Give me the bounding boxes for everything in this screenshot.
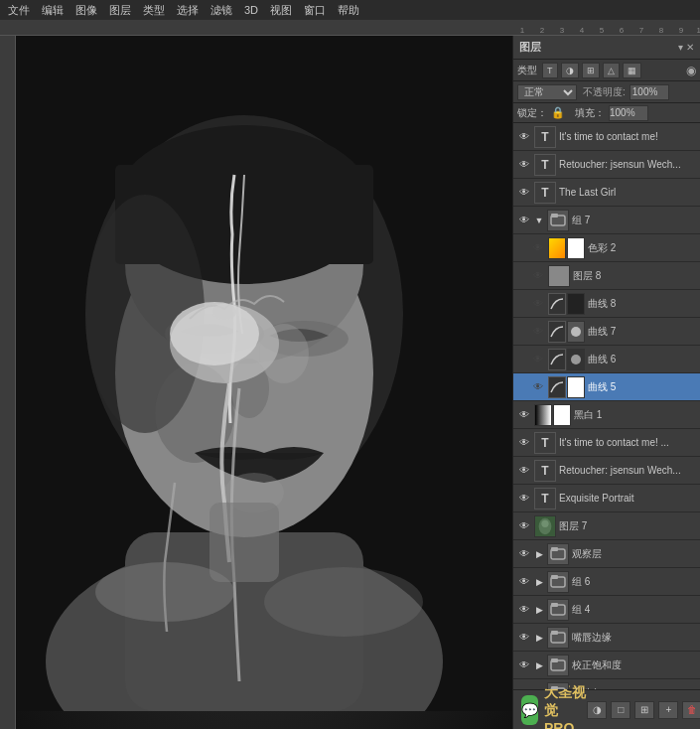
eye-icon[interactable]: 👁 bbox=[517, 186, 531, 200]
layer-item[interactable]: 👁 图层 7 bbox=[513, 512, 700, 540]
eye-icon[interactable]: 👁 bbox=[517, 658, 531, 672]
expand-icon[interactable]: ▶ bbox=[534, 575, 544, 589]
menu-image[interactable]: 图像 bbox=[75, 3, 97, 18]
svg-point-15 bbox=[212, 304, 236, 320]
eye-icon[interactable]: 👁 bbox=[531, 380, 545, 394]
layer-item[interactable]: 👁 T It's time to contact me! ... bbox=[513, 429, 700, 457]
panel-header-icons: ▾ ✕ bbox=[678, 42, 694, 53]
eye-icon[interactable]: 👁 bbox=[517, 158, 531, 172]
menu-filter[interactable]: 滤镜 bbox=[210, 3, 232, 18]
menu-layer[interactable]: 图层 bbox=[109, 3, 131, 18]
layer-item[interactable]: 👁 ▶ 组 6 bbox=[513, 568, 700, 596]
layer-name: 图层 7 bbox=[559, 519, 696, 533]
opacity-input[interactable] bbox=[630, 84, 669, 100]
menu-select[interactable]: 选择 bbox=[177, 3, 199, 18]
filter-image-btn[interactable]: ▦ bbox=[623, 63, 641, 78]
layer-name: 中性灰 bbox=[572, 686, 696, 690]
add-mask-btn[interactable]: □ bbox=[611, 701, 630, 719]
layers-list[interactable]: 👁 T It's time to contact me! 👁 T Retouch… bbox=[513, 123, 700, 689]
layer-thumb-adj bbox=[548, 237, 566, 259]
svg-point-16 bbox=[259, 324, 309, 383]
layer-item[interactable]: 👁 曲线 7 bbox=[513, 318, 700, 346]
add-adjustment-btn[interactable]: ◑ bbox=[587, 701, 607, 719]
layer-name: 曲线 6 bbox=[588, 353, 696, 366]
eye-icon[interactable]: 👁 bbox=[517, 686, 531, 690]
menu-file[interactable]: 文件 bbox=[8, 3, 30, 18]
eye-icon[interactable]: 👁 bbox=[531, 297, 545, 311]
expand-icon[interactable]: ▶ bbox=[534, 658, 544, 672]
layer-item[interactable]: 👁 T Retoucher: jsensun Wech... bbox=[513, 151, 700, 179]
menu-edit[interactable]: 编辑 bbox=[42, 3, 64, 18]
menu-help[interactable]: 帮助 bbox=[338, 3, 359, 18]
layer-item[interactable]: 👁 色彩 2 bbox=[513, 234, 700, 262]
bottom-panel: 💬 大圣视觉PRO ◑ □ ⊞ + 🗑 bbox=[513, 689, 700, 729]
layer-item[interactable]: 👁 ▶ 观察层 bbox=[513, 540, 700, 568]
menu-type[interactable]: 类型 bbox=[143, 3, 165, 18]
expand-icon[interactable]: ▼ bbox=[534, 214, 544, 227]
eye-icon[interactable]: 👁 bbox=[517, 464, 531, 478]
eye-icon[interactable]: 👁 bbox=[517, 130, 531, 144]
eye-icon[interactable]: 👁 bbox=[517, 603, 531, 617]
eye-icon[interactable]: 👁 bbox=[531, 269, 545, 283]
menu-3d[interactable]: 3D bbox=[244, 4, 258, 16]
menu-view[interactable]: 视图 bbox=[270, 3, 292, 18]
eye-icon[interactable]: 👁 bbox=[531, 241, 545, 255]
layer-name: 观察层 bbox=[572, 547, 696, 561]
blend-mode-select[interactable]: 正常 bbox=[517, 84, 577, 100]
lock-icon[interactable]: 🔒 bbox=[551, 106, 565, 119]
svg-rect-18 bbox=[210, 503, 279, 582]
layer-thumb-pair bbox=[548, 293, 585, 315]
layer-item[interactable]: 👁 图层 8 bbox=[513, 262, 700, 290]
svg-point-27 bbox=[541, 519, 548, 526]
eye-icon[interactable]: 👁 bbox=[517, 408, 531, 422]
wechat-badge: 💬 大圣视觉PRO bbox=[521, 684, 587, 730]
eye-icon[interactable]: 👁 bbox=[531, 325, 545, 339]
eye-icon[interactable]: 👁 bbox=[517, 547, 531, 561]
expand-icon[interactable]: ▶ bbox=[534, 603, 544, 617]
eye-icon[interactable]: 👁 bbox=[517, 492, 531, 506]
layer-group-item[interactable]: 👁 ▼ 组 7 bbox=[513, 207, 700, 234]
layer-name: 色彩 2 bbox=[588, 241, 696, 255]
layer-item[interactable]: 👁 T It's time to contact me! bbox=[513, 123, 700, 151]
eye-icon[interactable]: 👁 bbox=[517, 436, 531, 450]
layer-name: The Last Girl bbox=[559, 187, 696, 198]
layer-thumb-curves bbox=[548, 293, 566, 315]
eye-icon[interactable]: 👁 bbox=[517, 575, 531, 589]
delete-layer-btn[interactable]: 🗑 bbox=[682, 701, 700, 719]
fill-input[interactable] bbox=[609, 105, 648, 121]
layer-item[interactable]: 👁 ▶ 嘴唇边缘 bbox=[513, 624, 700, 652]
eye-icon[interactable]: 👁 bbox=[531, 353, 545, 366]
layer-item[interactable]: 👁 曲线 8 bbox=[513, 290, 700, 318]
filter-type-btn[interactable]: T bbox=[542, 63, 558, 78]
layer-item[interactable]: 👁 ▶ 校正饱和度 bbox=[513, 652, 700, 679]
add-layer-btn[interactable]: + bbox=[658, 701, 678, 719]
filter-adj-btn[interactable]: ◑ bbox=[561, 63, 579, 78]
filter-toggle[interactable]: ◉ bbox=[686, 64, 696, 77]
layer-item[interactable]: 👁 ▶ 中性灰 bbox=[513, 679, 700, 689]
eye-icon[interactable]: 👁 bbox=[517, 631, 531, 645]
expand-icon[interactable]: ▶ bbox=[534, 547, 544, 561]
layer-item[interactable]: 👁 ▶ 组 4 bbox=[513, 596, 700, 624]
svg-rect-35 bbox=[551, 631, 558, 635]
add-group-btn[interactable]: ⊞ bbox=[634, 701, 654, 719]
menu-bar: 文件 编辑 图像 图层 类型 选择 滤镜 3D 视图 窗口 帮助 bbox=[0, 0, 700, 20]
expand-icon[interactable]: ▶ bbox=[534, 686, 544, 690]
eye-icon[interactable]: 👁 bbox=[517, 214, 531, 227]
filter-smart-btn[interactable]: ⊞ bbox=[582, 63, 600, 78]
layer-item-selected[interactable]: 👁 曲线 5 bbox=[513, 373, 700, 401]
layer-name: 组 7 bbox=[572, 214, 696, 227]
layer-item[interactable]: 👁 曲线 6 bbox=[513, 346, 700, 373]
menu-window[interactable]: 窗口 bbox=[304, 3, 326, 18]
filter-shape-btn[interactable]: △ bbox=[603, 63, 620, 78]
layer-item[interactable]: 👁 T Retoucher: jsensun Wech... bbox=[513, 457, 700, 485]
layer-item[interactable]: 👁 T The Last Girl bbox=[513, 179, 700, 207]
layer-thumb-curves bbox=[548, 349, 566, 370]
layer-thumb-pair bbox=[534, 404, 571, 426]
layer-thumb-text: T bbox=[534, 182, 556, 204]
canvas-image bbox=[16, 36, 512, 729]
layer-item[interactable]: 👁 黑白 1 bbox=[513, 401, 700, 429]
portrait-image bbox=[16, 36, 512, 729]
expand-icon[interactable]: ▶ bbox=[534, 631, 544, 645]
layer-item[interactable]: 👁 T Exquisite Portrait bbox=[513, 485, 700, 512]
eye-icon[interactable]: 👁 bbox=[517, 519, 531, 533]
